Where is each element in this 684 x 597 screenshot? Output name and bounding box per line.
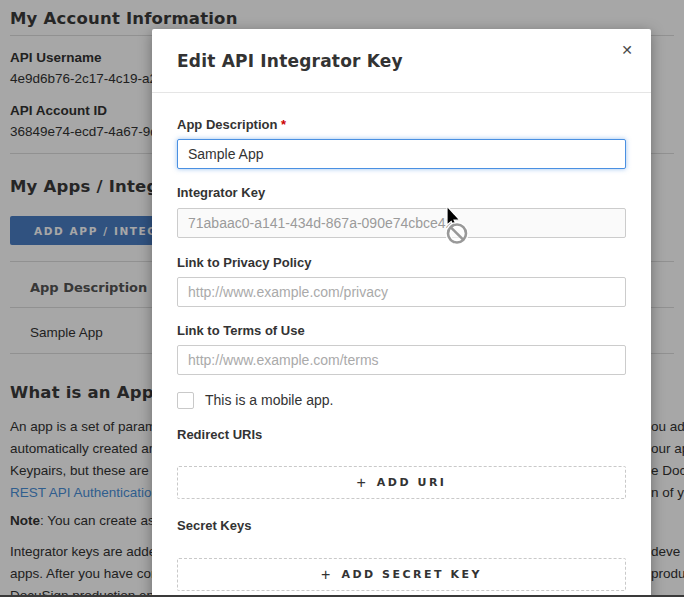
add-secret-key-button[interactable]: + ADD SECRET KEY — [177, 558, 626, 591]
integrator-key-label: Integrator Key — [177, 186, 626, 200]
privacy-policy-label: Link to Privacy Policy — [177, 256, 626, 270]
modal-header: Edit API Integrator Key ✕ — [152, 29, 651, 93]
add-uri-button[interactable]: + ADD URI — [177, 466, 626, 499]
mobile-app-checkbox[interactable] — [177, 392, 194, 409]
secret-keys-label: Secret Keys — [177, 519, 626, 533]
privacy-policy-input[interactable] — [177, 277, 626, 307]
app-description-label: App Description * — [177, 118, 626, 132]
terms-of-use-group: Link to Terms of Use — [177, 324, 626, 375]
mobile-app-checkbox-label: This is a mobile app. — [205, 391, 333, 409]
integrator-key-input — [177, 208, 626, 238]
add-uri-button-label: ADD URI — [377, 476, 447, 489]
modal-title: Edit API Integrator Key — [177, 50, 626, 72]
integrator-key-group: Integrator Key — [177, 186, 626, 238]
app-description-input[interactable] — [177, 139, 626, 169]
privacy-policy-group: Link to Privacy Policy — [177, 256, 626, 307]
app-description-group: App Description * — [177, 118, 626, 169]
required-asterisk: * — [281, 117, 286, 132]
terms-of-use-input[interactable] — [177, 345, 626, 375]
edit-api-integrator-key-modal: Edit API Integrator Key ✕ App Descriptio… — [152, 29, 651, 597]
close-icon[interactable]: ✕ — [615, 38, 639, 62]
add-secret-key-button-label: ADD SECRET KEY — [341, 568, 481, 581]
plus-icon: + — [321, 567, 330, 583]
plus-icon: + — [357, 475, 366, 491]
modal-body: App Description * Integrator Key Link to… — [152, 93, 651, 591]
mobile-app-checkbox-row[interactable]: This is a mobile app. — [177, 391, 626, 409]
redirect-uris-label: Redirect URIs — [177, 428, 626, 442]
terms-of-use-label: Link to Terms of Use — [177, 324, 626, 338]
